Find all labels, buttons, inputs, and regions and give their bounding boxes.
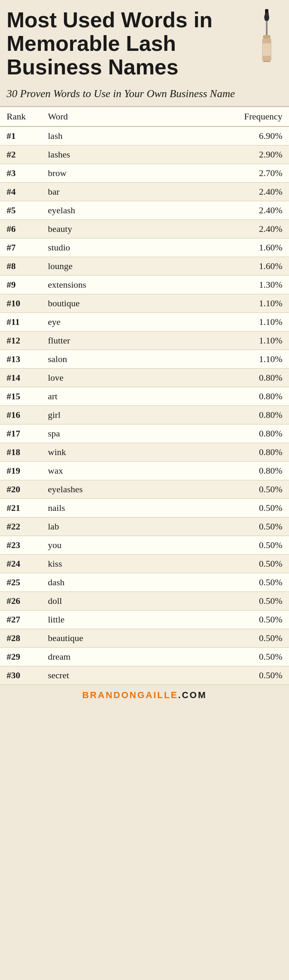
cell-frequency: 0.80% [165, 369, 289, 387]
table-row: #2lashes2.90% [0, 145, 289, 164]
cell-word: spa [41, 424, 165, 443]
table-row: #13salon1.10% [0, 350, 289, 369]
cell-rank: #5 [0, 201, 41, 220]
cell-frequency: 0.80% [165, 387, 289, 406]
cell-word: beautique [41, 629, 165, 648]
svg-rect-2 [265, 13, 266, 17]
table-row: #7studio1.60% [0, 238, 289, 257]
table-row: #29dream0.50% [0, 648, 289, 666]
cell-word: flutter [41, 331, 165, 350]
table-row: #10boutique1.10% [0, 294, 289, 313]
cell-rank: #16 [0, 406, 41, 424]
cell-rank: #11 [0, 313, 41, 331]
cell-word: beauty [41, 220, 165, 238]
table-row: #30secret0.50% [0, 666, 289, 685]
table-row: #24kiss0.50% [0, 555, 289, 573]
table-row: #26doll0.50% [0, 592, 289, 610]
cell-frequency: 6.90% [165, 126, 289, 145]
cell-word: kiss [41, 555, 165, 573]
cell-frequency: 2.70% [165, 164, 289, 183]
table-row: #3brow2.70% [0, 164, 289, 183]
table-row: #6beauty2.40% [0, 220, 289, 238]
cell-rank: #30 [0, 666, 41, 685]
subtitle: 30 Proven Words to Use in Your Own Busin… [7, 87, 282, 101]
table-row: #9extensions1.30% [0, 276, 289, 294]
cell-rank: #25 [0, 573, 41, 592]
cell-rank: #9 [0, 276, 41, 294]
cell-rank: #8 [0, 257, 41, 276]
cell-rank: #22 [0, 517, 41, 536]
cell-rank: #6 [0, 220, 41, 238]
cell-rank: #12 [0, 331, 41, 350]
cell-rank: #23 [0, 536, 41, 555]
cell-frequency: 0.50% [165, 666, 289, 685]
cell-word: dream [41, 648, 165, 666]
table-row: #15art0.80% [0, 387, 289, 406]
table-row: #27little0.50% [0, 610, 289, 629]
table-row: #11eye1.10% [0, 313, 289, 331]
cell-word: secret [41, 666, 165, 685]
cell-rank: #3 [0, 164, 41, 183]
mascara-icon [251, 8, 282, 62]
cell-frequency: 0.50% [165, 499, 289, 517]
table-row: #19wax0.80% [0, 462, 289, 480]
header-text: Most Used Words in Memorable Lash Busine… [7, 8, 251, 79]
table-row: #18wink0.80% [0, 443, 289, 462]
cell-word: little [41, 610, 165, 629]
table-row: #12flutter1.10% [0, 331, 289, 350]
cell-frequency: 1.60% [165, 238, 289, 257]
cell-word: eyelash [41, 201, 165, 220]
table-row: #21nails0.50% [0, 499, 289, 517]
cell-word: dash [41, 573, 165, 592]
table-row: #16girl0.80% [0, 406, 289, 424]
cell-rank: #2 [0, 145, 41, 164]
cell-frequency: 0.80% [165, 462, 289, 480]
cell-word: lashes [41, 145, 165, 164]
cell-rank: #7 [0, 238, 41, 257]
cell-word: lounge [41, 257, 165, 276]
cell-frequency: 1.10% [165, 294, 289, 313]
cell-frequency: 0.50% [165, 517, 289, 536]
cell-frequency: 0.50% [165, 629, 289, 648]
header-section: Most Used Words in Memorable Lash Busine… [0, 0, 289, 83]
footer-section: BRANDONGAILLE.COM [0, 685, 289, 706]
table-header-row: Rank Word Frequency [0, 107, 289, 126]
cell-frequency: 0.50% [165, 536, 289, 555]
cell-frequency: 2.40% [165, 201, 289, 220]
cell-word: you [41, 536, 165, 555]
cell-rank: #29 [0, 648, 41, 666]
cell-frequency: 1.10% [165, 350, 289, 369]
subtitle-section: 30 Proven Words to Use in Your Own Busin… [0, 83, 289, 107]
page-wrapper: Most Used Words in Memorable Lash Busine… [0, 0, 289, 706]
cell-word: eyelashes [41, 480, 165, 499]
cell-word: bar [41, 183, 165, 201]
table-row: #1lash6.90% [0, 126, 289, 145]
column-header-word: Word [41, 107, 165, 126]
cell-frequency: 0.50% [165, 573, 289, 592]
footer-brand: BRANDONGAILLE.COM [82, 690, 207, 700]
cell-rank: #18 [0, 443, 41, 462]
table-row: #14love0.80% [0, 369, 289, 387]
svg-rect-5 [266, 21, 268, 35]
table-row: #20eyelashes0.50% [0, 480, 289, 499]
cell-frequency: 1.10% [165, 331, 289, 350]
cell-word: girl [41, 406, 165, 424]
svg-rect-9 [263, 61, 270, 62]
cell-rank: #15 [0, 387, 41, 406]
cell-word: boutique [41, 294, 165, 313]
svg-rect-4 [268, 13, 269, 17]
cell-rank: #20 [0, 480, 41, 499]
cell-frequency: 0.50% [165, 555, 289, 573]
cell-word: salon [41, 350, 165, 369]
cell-word: studio [41, 238, 165, 257]
cell-word: eye [41, 313, 165, 331]
cell-word: doll [41, 592, 165, 610]
table-row: #23you0.50% [0, 536, 289, 555]
table-row: #17spa0.80% [0, 424, 289, 443]
cell-frequency: 0.80% [165, 424, 289, 443]
cell-word: nails [41, 499, 165, 517]
cell-rank: #28 [0, 629, 41, 648]
cell-rank: #17 [0, 424, 41, 443]
svg-rect-6 [263, 35, 270, 38]
cell-word: wink [41, 443, 165, 462]
